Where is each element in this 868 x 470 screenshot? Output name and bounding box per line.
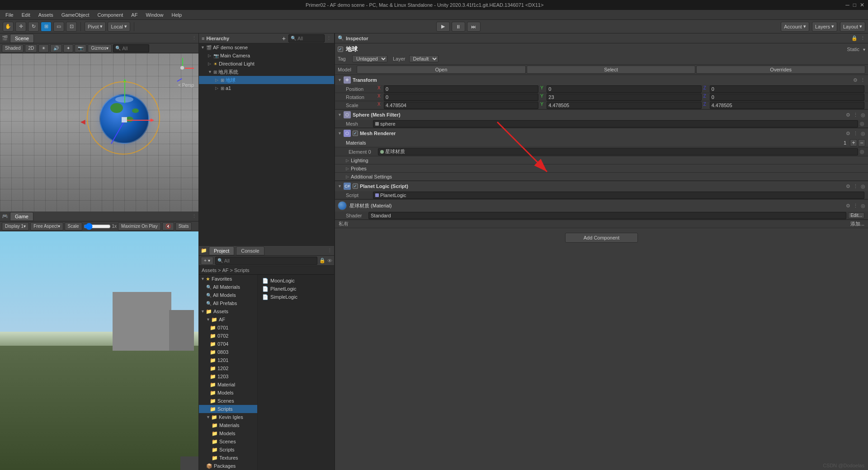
mat-settings-icon[interactable]: ⚙: [846, 203, 850, 209]
fav-all-prefabs[interactable]: 🔍 All Prefabs: [199, 299, 257, 307]
scene-view[interactable]: ◀ < Persp: [0, 53, 198, 212]
material-header[interactable]: 星球材质 (Material) ⚙ ⋮ ◎: [335, 200, 868, 212]
folder-kevin[interactable]: ▼ 📁 Kevin Igles: [199, 413, 257, 421]
folder-scripts[interactable]: 📁 Scripts: [199, 405, 257, 413]
breadcrumb-assets[interactable]: Assets: [202, 268, 217, 273]
scale-z-input[interactable]: [710, 102, 864, 109]
mr-target-icon[interactable]: ◎: [861, 131, 865, 136]
mf-settings-icon[interactable]: ⚙: [846, 112, 850, 118]
rot-z-input[interactable]: [710, 94, 864, 101]
mr-checkbox[interactable]: [353, 131, 358, 136]
panel-menu-scene[interactable]: ⋮: [192, 35, 197, 41]
script-moonlogic[interactable]: 📄 MoonLogic: [259, 277, 332, 285]
probes-row[interactable]: ▷ Probes: [335, 164, 868, 173]
insp-lock-icon[interactable]: 🔒: [851, 35, 858, 41]
fav-all-materials[interactable]: 🔍 All Materials: [199, 283, 257, 291]
insp-active-checkbox[interactable]: [338, 47, 343, 52]
private-add-action[interactable]: 添加...: [850, 221, 864, 227]
proj-lock-icon[interactable]: 🔒: [319, 258, 326, 263]
planet-logic-header[interactable]: ▼ C# Planet Logic (Script) ⚙ ⋮ ◎: [335, 181, 868, 191]
tree-item-scene[interactable]: ▼ 🎬 AF demo scene: [199, 43, 334, 52]
folder-0701[interactable]: 📁 0701: [199, 324, 257, 332]
mf-more-icon[interactable]: ⋮: [853, 112, 858, 118]
scale-y-input[interactable]: [547, 102, 701, 109]
pivot-btn[interactable]: Pivot ▾: [85, 22, 106, 32]
lighting-row[interactable]: ▷ Lighting: [335, 156, 868, 164]
pos-z-input[interactable]: [710, 85, 864, 93]
elem-target-btn[interactable]: ◎: [860, 149, 864, 155]
pos-x-input[interactable]: [384, 85, 538, 93]
pl-more-icon[interactable]: ⋮: [853, 183, 858, 189]
maximize-btn[interactable]: Maximize On Play: [118, 222, 161, 230]
maximize-btn[interactable]: □: [853, 2, 856, 8]
scene-cam-btn[interactable]: 📷: [75, 44, 86, 52]
tag-select[interactable]: Untagged: [352, 55, 387, 62]
folder-scenes[interactable]: 📁 Scenes: [199, 397, 257, 405]
play-btn[interactable]: ▶: [436, 22, 450, 32]
create-btn[interactable]: + ▾: [201, 257, 213, 265]
pos-y-input[interactable]: [547, 85, 701, 93]
minimize-btn[interactable]: ─: [845, 2, 849, 8]
scale-x-input[interactable]: [384, 102, 538, 109]
pl-checkbox[interactable]: [353, 183, 358, 189]
assets-header[interactable]: ▼ 📁 Assets: [199, 307, 257, 315]
layout-btn[interactable]: Layout ▾: [840, 22, 865, 32]
tab-game[interactable]: Game: [10, 212, 33, 221]
transform-more-icon[interactable]: ⋮: [860, 77, 865, 83]
hand-tool[interactable]: ✋: [3, 22, 14, 32]
menu-component[interactable]: Component: [94, 11, 127, 19]
folder-1201[interactable]: 📁 1201: [199, 356, 257, 364]
audio-btn[interactable]: 🔊: [50, 44, 62, 52]
folder-0702[interactable]: 📁 0702: [199, 332, 257, 340]
pl-target-icon[interactable]: ◎: [861, 183, 865, 189]
rot-y-input[interactable]: [547, 94, 701, 101]
tree-item-camera[interactable]: ▷ 📷 Main Camera: [199, 52, 334, 60]
insp-menu-icon[interactable]: ⋮: [860, 35, 865, 41]
hierarchy-add-btn[interactable]: +: [281, 35, 287, 42]
transform-tool[interactable]: ⊡: [66, 22, 77, 32]
additional-settings-row[interactable]: ▷ Additional Settings: [335, 173, 868, 181]
transform-header[interactable]: ▼ ✛ Transform ⚙ ⋮: [335, 75, 868, 85]
tab-project[interactable]: Project: [209, 246, 234, 255]
menu-edit[interactable]: Edit: [18, 11, 34, 19]
mesh-filter-header[interactable]: ▼ ⬡ Sphere (Mesh Filter) ⚙ ⋮ ◎: [335, 110, 868, 120]
shading-btn[interactable]: Shaded: [2, 44, 24, 52]
mr-settings-icon[interactable]: ⚙: [846, 131, 850, 136]
folder-k-materials[interactable]: 📁 Materials: [199, 421, 257, 429]
folder-1203[interactable]: 📁 1203: [199, 372, 257, 381]
pause-btn[interactable]: ⏸: [452, 22, 465, 32]
favorites-header[interactable]: ▼ ★ Favorites: [199, 275, 257, 283]
tree-item-a1[interactable]: ▷ ⊞ a1: [199, 84, 334, 92]
stats-btn[interactable]: Stats: [175, 222, 192, 230]
layer-select[interactable]: Default: [409, 55, 439, 62]
folder-models[interactable]: 📁 Models: [199, 389, 257, 397]
proj-search-input[interactable]: [224, 258, 315, 263]
hierarchy-search-input[interactable]: [297, 36, 322, 41]
mat-target-icon[interactable]: ◎: [861, 203, 865, 209]
breadcrumb-af[interactable]: AF: [222, 268, 228, 273]
folder-k-textures[interactable]: 📁 Textures: [199, 454, 257, 462]
scale-btn[interactable]: Scale: [65, 222, 82, 230]
rotate-tool[interactable]: ↻: [28, 22, 39, 32]
menu-af[interactable]: AF: [127, 11, 141, 19]
mesh-target-btn[interactable]: ◎: [860, 121, 864, 127]
folder-af[interactable]: ▼ 📁 AF: [199, 315, 257, 324]
2d-btn[interactable]: 2D: [25, 44, 37, 52]
folder-packages[interactable]: 📦 Packages: [199, 462, 257, 470]
hierarchy-menu-icon[interactable]: ⋮: [326, 35, 331, 41]
tree-item-earth[interactable]: ▷ ⊞ 地球: [199, 76, 334, 84]
folder-0803[interactable]: 📁 0803: [199, 348, 257, 356]
script-ref[interactable]: PlanetLogic: [373, 192, 864, 199]
folder-0704[interactable]: 📁 0704: [199, 340, 257, 348]
mat-more-icon[interactable]: ⋮: [853, 203, 858, 209]
model-open-btn[interactable]: Open: [357, 66, 526, 74]
layers-btn[interactable]: Layers ▾: [812, 22, 837, 32]
game-view[interactable]: [0, 231, 198, 470]
tree-item-light[interactable]: ▷ ☀ Directional Light: [199, 60, 334, 68]
insp-static-arrow[interactable]: ▾: [863, 47, 865, 52]
account-btn[interactable]: Account ▾: [781, 22, 809, 32]
private-row[interactable]: 私有 添加...: [335, 220, 868, 228]
gizmos-btn[interactable]: Gizmos ▾: [88, 44, 112, 52]
element-ref[interactable]: 星球材质: [378, 148, 858, 155]
mf-target-icon[interactable]: ◎: [861, 112, 865, 118]
